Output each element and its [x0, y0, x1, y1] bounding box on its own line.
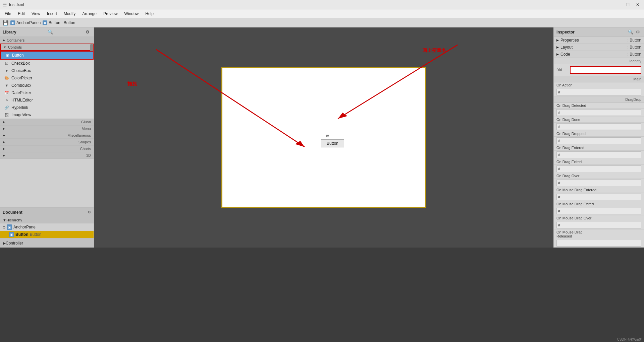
menubar: File Edit View Insert Modify Arrange Pre…: [0, 9, 644, 18]
event-mouse-drag-over-input: [554, 221, 644, 229]
event-mouse-drag-entered: On Mouse Drag Entered: [554, 187, 644, 193]
menu-preview[interactable]: Preview: [100, 11, 121, 17]
fxid-input[interactable]: [570, 66, 641, 74]
inspector-code-row[interactable]: ▶ Code : Button: [554, 51, 644, 58]
title-text: test.fxml: [9, 2, 614, 7]
hierarchy-button[interactable]: ▣ Button Button: [0, 231, 94, 238]
shapes-label: Shapes: [78, 140, 91, 144]
inspector-settings-button[interactable]: ⚙: [635, 29, 641, 35]
htmleditor-icon: ✎: [4, 97, 9, 103]
checkbox-label: CheckBox: [11, 61, 30, 66]
menu-modify[interactable]: Modify: [60, 11, 79, 17]
library-search-button[interactable]: 🔍: [46, 29, 54, 35]
library-item-button[interactable]: ▣ Button: [0, 51, 94, 60]
menu-insert[interactable]: Insert: [44, 11, 60, 17]
inspector-title: Inspector: [556, 30, 575, 35]
menu-window[interactable]: Window: [121, 11, 142, 17]
section-3d[interactable]: ▶ 3D: [0, 152, 94, 159]
maximize-button[interactable]: ❐: [624, 1, 631, 8]
checkbox-icon: ☑: [4, 61, 9, 66]
fxid-group: fxid: [554, 64, 644, 76]
titlebar: ☰ test.fxml — ❐ ✕: [0, 0, 644, 9]
imageview-icon: 🖼: [4, 112, 9, 118]
button-breadcrumb-icon: ▣: [43, 20, 47, 25]
inspector-search-button[interactable]: 🔍: [627, 29, 635, 35]
mouse-drag-entered-input[interactable]: [556, 194, 641, 200]
library-item-choicebox[interactable]: ▼ ChoiceBox: [0, 67, 94, 74]
drag-entered-input[interactable]: [556, 151, 641, 158]
inspector-properties-row[interactable]: ▶ Properties : Button: [554, 37, 644, 44]
section-containers[interactable]: ▶ Containers: [0, 37, 94, 44]
event-drag-detected: On Drag Detected: [554, 103, 644, 109]
charts-label: Charts: [80, 147, 91, 151]
anchor-pane-breadcrumb[interactable]: AnchorPane: [16, 20, 39, 25]
drag-dropped-input[interactable]: [556, 137, 641, 144]
menu-edit[interactable]: Edit: [14, 11, 28, 17]
canvas-area[interactable]: 写上变量名 拖拽: [94, 27, 553, 248]
mouse-drag-over-input[interactable]: [556, 222, 641, 228]
menu-view[interactable]: View: [28, 11, 44, 17]
section-gluon[interactable]: ▶ Gluon: [0, 119, 94, 125]
close-button[interactable]: ✕: [634, 1, 641, 8]
inspector-layout-row[interactable]: ▶ Layout : Button: [554, 44, 644, 51]
drag-dropped-label: On Drag Dropped: [556, 132, 597, 136]
library-item-colorpicker[interactable]: 🎨 ColorPicker: [0, 74, 94, 82]
identity-section: Identity: [554, 58, 644, 64]
menu-file[interactable]: File: [1, 11, 14, 17]
on-action-input[interactable]: [556, 89, 641, 95]
main-label: Main: [633, 77, 641, 81]
button-h-sublabel: Button: [30, 232, 42, 237]
event-drag-entered-input: [554, 151, 644, 159]
event-drag-dropped: On Drag Dropped: [554, 131, 644, 137]
drag-exited-input[interactable]: [556, 165, 641, 172]
app-icon: ☰: [3, 2, 7, 7]
drag-exited-label: On Drag Exited: [556, 160, 597, 164]
layout-label: Layout: [560, 45, 628, 50]
save-icon[interactable]: 💾: [3, 20, 8, 25]
properties-label: Properties: [560, 38, 628, 43]
combobox-icon: ▼: [4, 83, 9, 88]
library-settings-button[interactable]: ⚙: [84, 29, 91, 35]
drag-done-label: On Drag Done: [556, 118, 597, 122]
dragdrop-section: DragDrop: [554, 96, 644, 103]
library-item-hyperlink[interactable]: 🔗 Hyperlink: [0, 104, 94, 111]
section-menu[interactable]: ▶ Menu: [0, 125, 94, 132]
drag-over-input[interactable]: [556, 180, 641, 186]
drag-detected-input[interactable]: [556, 109, 641, 116]
datepicker-label: DatePicker: [11, 90, 31, 95]
event-mouse-drag-exited: On Mouse Drag Exited: [554, 201, 644, 207]
section-shapes[interactable]: ▶ Shapes: [0, 139, 94, 145]
layout-value: : Button: [628, 45, 641, 50]
menu-arrow: ▶: [3, 127, 5, 130]
document-settings-button[interactable]: ⚙: [88, 210, 91, 214]
button-breadcrumb[interactable]: Button : Button: [49, 20, 75, 25]
section-charts[interactable]: ▶ Charts: [0, 145, 94, 152]
library-item-datepicker[interactable]: 📅 DatePicker: [0, 89, 94, 96]
combobox-label: ComboBox: [11, 83, 31, 88]
event-drag-over: On Drag Over: [554, 173, 644, 179]
containers-arrow: ▶: [3, 39, 5, 42]
menu-arrange[interactable]: Arrange: [79, 11, 100, 17]
library-item-checkbox[interactable]: ☑ CheckBox: [0, 60, 94, 67]
library-item-combobox[interactable]: ▼ ComboBox: [0, 82, 94, 89]
drag-done-input[interactable]: [556, 123, 641, 130]
minimize-button[interactable]: —: [614, 1, 621, 8]
hierarchy-anchor-pane[interactable]: ⊙ ▣ AnchorPane: [0, 223, 94, 231]
canvas-button[interactable]: Button: [321, 139, 344, 147]
code-value: : Button: [628, 52, 641, 57]
mouse-drag-exited-input[interactable]: [556, 208, 641, 214]
mouse-drag-released-label: On Mouse Drag Released: [556, 230, 597, 238]
section-controls[interactable]: ▼ Controls: [0, 44, 94, 51]
library-item-htmleditor[interactable]: ✎ HTMLEditor: [0, 96, 94, 104]
document-section: Document ⚙ ▼ Hierarchy ⊙ ▣ AnchorPane ▣ …: [0, 207, 94, 248]
section-miscellaneous[interactable]: ▶ Miscellaneous: [0, 132, 94, 139]
button-item-icon: ▣: [5, 53, 10, 58]
event-mouse-drag-entered-input: [554, 193, 644, 201]
library-panel: Library 🔍 ⚙ ▶ Containers ▼ Controls ▣ Bu…: [0, 27, 94, 248]
controls-arrow: ▼: [3, 46, 6, 49]
event-mouse-drag-released: On Mouse Drag Released: [554, 229, 644, 239]
menu-help[interactable]: Help: [142, 11, 157, 17]
controls-scrollbar[interactable]: [90, 44, 93, 50]
mouse-drag-released-input[interactable]: [556, 240, 641, 247]
library-item-imageview[interactable]: 🖼 ImageView: [0, 111, 94, 119]
